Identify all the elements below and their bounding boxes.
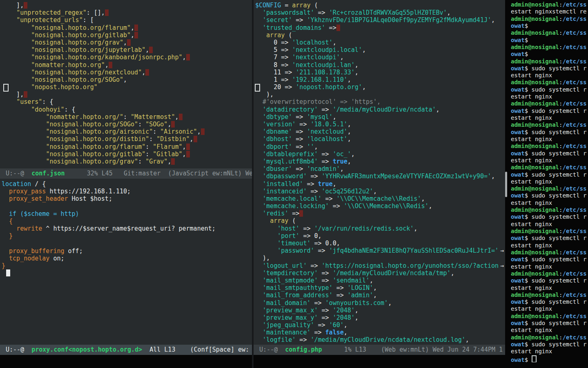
truncation-arrow-icon: → bbox=[500, 247, 504, 254]
code-line: 20 => 'nopost.hopto.org', bbox=[255, 83, 505, 91]
proxy-conf-window[interactable]: location / { proxy_pass https://192.168.… bbox=[0, 179, 252, 344]
code-line: "nopost.hopto.org" bbox=[2, 83, 252, 91]
code-line: estart nginx bbox=[511, 178, 588, 185]
trailing-whitespace-marker bbox=[171, 158, 175, 165]
trailing-whitespace-marker bbox=[194, 136, 197, 142]
code-line: "nosignal.hopto.org/gitlab": "Gitlab", bbox=[2, 150, 252, 158]
code-line: owat$ sudo systemctl r bbox=[511, 320, 588, 327]
code-line: 'dbpassword' => 'YYHRvwAFR3muntxMpeseZeV… bbox=[255, 173, 505, 180]
code-line: { bbox=[2, 218, 252, 225]
code-line: rewrite ^ https://$server_name$request_u… bbox=[2, 225, 252, 232]
code-line: 'dbport' => '', bbox=[255, 143, 505, 150]
code-line: admin@nosignal:/etc/ss bbox=[511, 292, 588, 298]
code-line: 'tempdirectory' => '/media/myCloudDrive/… bbox=[255, 269, 505, 277]
code-line: 'version' => '18.0.5.1', bbox=[255, 121, 505, 128]
code-line: "nomatter.hopto.org", bbox=[2, 61, 252, 69]
code-line: "nosignal.hopto.org/SOGo", bbox=[2, 76, 252, 83]
code-line: 'preview_max_y' => '2048', bbox=[255, 314, 505, 321]
code-line: "nosignal.hopto.org/gitlab", bbox=[2, 31, 252, 39]
trailing-whitespace-marker bbox=[145, 69, 149, 76]
conf-json-modeline: U:--@ conf.json 32% L45 Git:master (Java… bbox=[0, 168, 252, 179]
code-line: ], bbox=[2, 2, 252, 9]
code-line bbox=[2, 240, 252, 247]
code-line: array ( bbox=[255, 217, 505, 224]
terminal-cursor bbox=[532, 355, 537, 362]
code-line: 'dbuser' => 'ncadmin', bbox=[255, 165, 505, 173]
code-line: 'dbname' => 'nextcloud', bbox=[255, 128, 505, 135]
code-line: 'mail_domain' => 'ownyourbits.com', bbox=[255, 299, 505, 307]
code-line: owat$ sudo systemctl r bbox=[511, 129, 588, 136]
code-line: 'memcache.locking' => '\\OC\\Memcache\\R… bbox=[255, 202, 505, 210]
code-line: owat$ bbox=[511, 22, 588, 29]
code-line: admin@nosignal:/etc/ss bbox=[511, 44, 588, 51]
code-line: 'mysql.utf8mb4' => true, bbox=[255, 158, 505, 165]
config-php-window[interactable]: $CONFIG = array ( 'passwordsalt' => 'Rc+… bbox=[254, 0, 505, 345]
trailing-whitespace-marker bbox=[186, 144, 190, 150]
code-line: 5 => 'nextcloudpi.local', bbox=[255, 46, 505, 54]
code-line: 'passwordsalt' => 'Rc+crozalDTdRWVXaGq55… bbox=[255, 9, 505, 16]
scrollbar-thumb[interactable] bbox=[505, 172, 507, 197]
code-line: tcp_nodelay on; bbox=[2, 255, 252, 262]
code-line: owat$ sudo systemctl r bbox=[511, 235, 588, 242]
code-line: 'redis' => bbox=[255, 210, 505, 217]
minibuffer-left bbox=[0, 355, 252, 368]
code-line: admin@nosignal:/etc/ss bbox=[511, 185, 588, 192]
code-line: array ( bbox=[255, 31, 505, 39]
code-line: owat$ sudo systemctl r bbox=[511, 65, 588, 72]
config-php-modeline: U:--@ config.php 1% L13 (Web ew:mnLt) We… bbox=[254, 345, 505, 355]
trailing-whitespace-marker bbox=[336, 25, 340, 31]
trailing-whitespace-marker bbox=[134, 32, 138, 38]
code-line: "nomatter.hopto.org/": "Mattermost", bbox=[2, 113, 252, 121]
code-line: estart nginx bbox=[511, 221, 588, 228]
code-line bbox=[2, 269, 252, 277]
code-line: 'logfile' => '/media/myCloudDrive/ncdata… bbox=[255, 336, 505, 343]
code-line: 'mail_smtpmode' => 'sendmail', bbox=[255, 277, 505, 284]
emacs-left-pane[interactable]: ], "unprotected_regex": [], "unprotected… bbox=[0, 0, 252, 368]
code-line: estart nginx bbox=[511, 72, 588, 79]
code-line: admin@nosignal:/etc/ss bbox=[511, 206, 588, 213]
code-line: estart nginx bbox=[511, 136, 588, 143]
code-line: owat$ bbox=[511, 51, 588, 58]
trailing-whitespace-marker bbox=[127, 39, 131, 46]
code-line: 'jpeg_quality' => '60', bbox=[255, 321, 505, 329]
code-line: 'dbtableprefix' => 'oc_', bbox=[255, 150, 505, 158]
code-line: admin@nosignal:/etc/ss bbox=[511, 270, 588, 277]
code-line: "nosignal.hopto.org/nextcloud", bbox=[2, 69, 252, 76]
trailing-whitespace-marker bbox=[299, 210, 303, 217]
code-line: "unprotected_regex": [], bbox=[2, 9, 252, 16]
code-line: "users": { bbox=[2, 98, 252, 105]
trailing-whitespace-marker bbox=[134, 25, 138, 31]
code-line: 8 => 'nextcloudpi.lan', bbox=[255, 61, 505, 69]
code-line: owat$ sudo systemctl r bbox=[511, 277, 588, 284]
code-line: admin@nosignal:/etc/ss bbox=[511, 334, 588, 341]
code-line: admin@nosignal:/etc/ss bbox=[511, 313, 588, 320]
code-line: estart nginx bbox=[511, 200, 588, 206]
code-line: 'datadirectory' => '/media/myCloudDrive/… bbox=[255, 106, 505, 113]
code-line: estart nginx bbox=[511, 263, 588, 270]
code-line: 'dbtype' => 'mysql', bbox=[255, 113, 505, 121]
code-line: admin@nosignal:/etc/ss bbox=[511, 16, 588, 22]
code-line: admin@nosignal:/etc/ss bbox=[511, 249, 588, 256]
trailing-whitespace-marker bbox=[109, 62, 112, 68]
emacs-middle-pane[interactable]: $CONFIG = array ( 'passwordsalt' => 'Rc+… bbox=[254, 0, 505, 368]
terminal-output: admin@nosignal:/etc/ssestart nginxstemct… bbox=[511, 1, 588, 362]
code-line: #'overwriteprotocol' => 'https', bbox=[255, 98, 505, 105]
code-line: 'logout_url' => 'https://nosignal.hopto.… bbox=[255, 262, 505, 269]
code-line: "nosignal.hopto.org/grav", bbox=[2, 39, 252, 46]
code-line: owat$ sudo systemctl r bbox=[511, 108, 588, 114]
code-line: "nosignal.hopto.org/kanboard/jsonrpc.php… bbox=[2, 54, 252, 61]
truncation-arrow-icon: → bbox=[500, 262, 504, 269]
code-line: owat$ sudo systemctl r bbox=[511, 150, 588, 157]
trailing-whitespace-marker bbox=[149, 47, 153, 53]
conf-json-window[interactable]: ], "unprotected_regex": [], "unprotected… bbox=[0, 0, 252, 167]
code-line: if ($scheme = http) bbox=[2, 210, 252, 218]
code-line: 11 => '211.108.178.33', bbox=[255, 69, 505, 76]
code-line: estart nginx bbox=[511, 242, 588, 249]
code-line: 'secret' => 'YkhznvFDe/i1BP7G1ALqeD0eFf9… bbox=[255, 16, 505, 24]
terminal-pane[interactable]: admin@nosignal:/etc/ssestart nginxstemct… bbox=[510, 0, 588, 368]
code-line: estart nginx bbox=[511, 114, 588, 121]
code-line: admin@nosignal:/etc/ss bbox=[511, 228, 588, 235]
code-line: ), bbox=[255, 91, 505, 98]
text-cursor bbox=[6, 269, 10, 276]
code-line: admin@nosignal:/etc/ss bbox=[511, 143, 588, 150]
